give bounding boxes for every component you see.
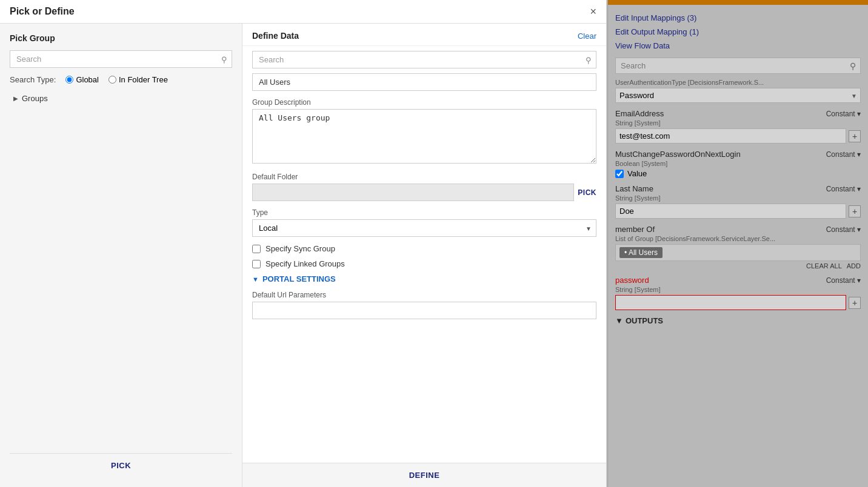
password-input-row: + [615, 295, 861, 310]
mapping-row-member-of: member Of Constant ▾ List of Group [Deci… [615, 225, 861, 270]
edit-output-mapping-link[interactable]: Edit Output Mapping (1) [615, 25, 861, 39]
pick-group-title: Pick Group [10, 33, 232, 43]
pick-group-footer: PICK [10, 453, 232, 477]
last-name-sub-label: String [System] [615, 194, 861, 202]
right-panel: Edit Input Mappings (3) Edit Output Mapp… [607, 0, 868, 487]
group-name-input[interactable] [252, 73, 596, 91]
add-member-button[interactable]: ADD [847, 262, 861, 270]
default-folder-field: Default Folder PICK [252, 173, 596, 201]
pick-group-search-input[interactable] [10, 50, 232, 68]
must-change-pwd-checkbox[interactable] [615, 170, 624, 178]
right-panel-search: ⚲ [615, 58, 861, 74]
default-url-field: Default Url Parameters [252, 291, 596, 319]
clear-link[interactable]: Clear [578, 31, 596, 41]
radio-in-folder-text: In Folder Tree [119, 75, 168, 84]
email-type[interactable]: Constant ▾ [826, 110, 861, 118]
user-auth-select-wrapper: Password [615, 88, 861, 103]
email-header: EmailAddress Constant ▾ [615, 109, 861, 118]
pick-group-button[interactable]: PICK [111, 461, 131, 470]
default-folder-label: Default Folder [252, 173, 596, 181]
group-description-field: Group Description All Users group [252, 98, 596, 165]
mapping-row-user-auth: UserAuthenticationType [DecisionsFramewo… [615, 79, 861, 103]
default-folder-input[interactable] [252, 184, 574, 201]
outputs-header[interactable]: ▼ OUTPUTS [615, 316, 861, 325]
type-field: Type Local Global Domain [252, 208, 596, 237]
default-url-label: Default Url Parameters [252, 291, 596, 299]
password-sub-label: String [System] [615, 286, 861, 293]
view-flow-data-link[interactable]: View Flow Data [615, 39, 861, 53]
tree-item-groups[interactable]: ▶ Groups [10, 91, 232, 105]
mapping-row-password: password Constant ▾ String [System] + [615, 276, 861, 310]
top-bar [608, 0, 868, 5]
radio-global[interactable] [65, 76, 73, 84]
radio-in-folder-label[interactable]: In Folder Tree [109, 75, 168, 84]
dialog-title: Pick or Define [10, 6, 75, 17]
default-folder-row: PICK [252, 184, 596, 201]
email-input[interactable] [615, 128, 846, 144]
search-type-row: Search Type: Global In Folder Tree [10, 75, 232, 84]
email-input-row: + [615, 128, 861, 144]
mapping-section: UserAuthenticationType [DecisionsFramewo… [615, 79, 861, 325]
clear-all-button[interactable]: CLEAR ALL [806, 262, 842, 270]
search-type-label: Search Type: [10, 75, 56, 84]
must-change-pwd-checkbox-label: Value [627, 169, 647, 178]
group-description-textarea[interactable]: All Users group [252, 109, 596, 164]
password-label: password [615, 276, 649, 285]
last-name-plus-button[interactable]: + [849, 205, 861, 217]
dialog-body: Pick Group ⚲ Search Type: Global In Fold… [0, 24, 606, 487]
outputs-chevron-icon: ▼ [615, 316, 623, 325]
portal-chevron-icon: ▼ [252, 276, 259, 283]
right-panel-search-input[interactable] [615, 58, 861, 74]
member-of-type[interactable]: Constant ▾ [826, 225, 861, 234]
specify-sync-group-label: Specify Sync Group [265, 244, 335, 253]
radio-global-text: Global [76, 75, 99, 84]
password-input[interactable] [615, 295, 846, 310]
tree-arrow-icon: ▶ [13, 95, 18, 102]
password-type[interactable]: Constant ▾ [826, 276, 861, 285]
must-change-pwd-type[interactable]: Constant ▾ [826, 150, 861, 159]
specify-linked-groups-checkbox[interactable] [252, 260, 261, 268]
mapping-row-last-name: Last Name Constant ▾ String [System] + [615, 184, 861, 219]
mapping-row-email: EmailAddress Constant ▾ String [System] … [615, 109, 861, 144]
last-name-input[interactable] [615, 204, 846, 219]
type-select[interactable]: Local Global Domain [252, 219, 596, 237]
specify-sync-group-checkbox[interactable] [252, 245, 261, 253]
default-url-input[interactable] [252, 302, 596, 319]
portal-settings-header[interactable]: ▼ PORTAL SETTINGS [252, 274, 596, 283]
pick-group-panel: Pick Group ⚲ Search Type: Global In Fold… [0, 24, 242, 487]
radio-global-label[interactable]: Global [65, 75, 99, 84]
password-plus-button[interactable]: + [849, 297, 861, 309]
last-name-label: Last Name [615, 184, 653, 193]
right-panel-search-icon: ⚲ [850, 61, 856, 71]
member-of-actions: CLEAR ALL ADD [615, 262, 861, 270]
define-data-header: Define Data Clear [242, 24, 606, 46]
define-button[interactable]: DEFINE [409, 471, 440, 480]
edit-input-mappings-link[interactable]: Edit Input Mappings (3) [615, 11, 861, 25]
mapping-row-must-change-pwd: MustChangePasswordOnNextLogin Constant ▾… [615, 150, 861, 178]
define-data-panel: Define Data Clear ⚲ Group Description Al… [242, 24, 606, 487]
must-change-pwd-checkbox-row: Value [615, 169, 861, 178]
define-data-body: Group Description All Users group Defaul… [242, 73, 606, 463]
user-auth-select[interactable]: Password [615, 88, 861, 103]
member-of-pill: • All Users [619, 247, 663, 258]
define-footer: DEFINE [242, 463, 606, 487]
pick-group-search-box: ⚲ [10, 50, 232, 68]
radio-in-folder[interactable] [109, 76, 116, 84]
last-name-type[interactable]: Constant ▾ [826, 185, 861, 193]
type-label: Type [252, 208, 596, 217]
email-sub-label: String [System] [615, 119, 861, 127]
password-header: password Constant ▾ [615, 276, 861, 285]
define-data-search-input[interactable] [252, 51, 596, 68]
dialog-close-button[interactable]: × [590, 6, 596, 17]
dialog-titlebar: Pick or Define × [0, 0, 606, 24]
type-select-wrapper: Local Global Domain [252, 219, 596, 237]
email-plus-button[interactable]: + [849, 130, 861, 142]
must-change-pwd-header: MustChangePasswordOnNextLogin Constant ▾ [615, 150, 861, 159]
specify-sync-group-row: Specify Sync Group [252, 244, 596, 253]
define-data-title: Define Data [252, 31, 299, 41]
must-change-pwd-label: MustChangePasswordOnNextLogin [615, 150, 741, 159]
member-of-pill-row: • All Users [615, 244, 861, 261]
default-folder-pick-button[interactable]: PICK [578, 188, 596, 197]
specify-linked-groups-label: Specify Linked Groups [265, 259, 345, 268]
must-change-pwd-sub-label: Boolean [System] [615, 160, 861, 167]
